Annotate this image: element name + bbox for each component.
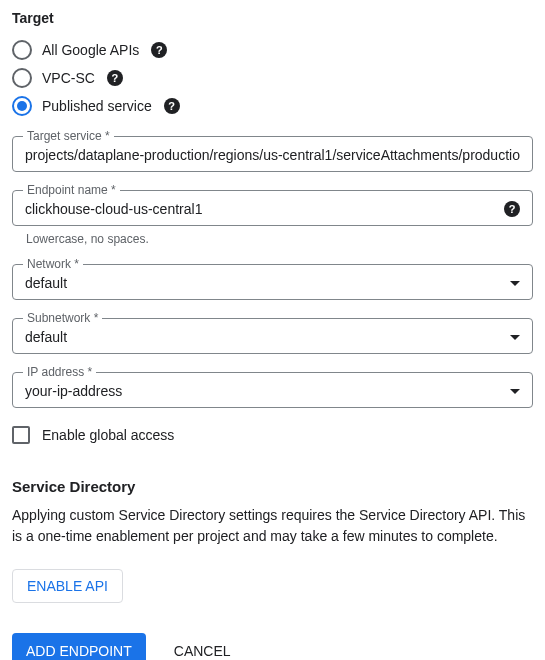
radio-circle-selected-icon — [12, 96, 32, 116]
field-label: Target service * — [23, 129, 114, 143]
target-service-input-wrap[interactable]: Target service * — [12, 136, 533, 172]
radio-all-google-apis[interactable]: All Google APIs ? — [12, 36, 533, 64]
enable-api-button[interactable]: ENABLE API — [12, 569, 123, 603]
help-icon[interactable]: ? — [504, 201, 520, 217]
chevron-down-icon — [510, 281, 520, 286]
chevron-down-icon — [510, 335, 520, 340]
footer-actions: ADD ENDPOINT CANCEL — [12, 633, 533, 660]
help-icon[interactable]: ? — [164, 98, 180, 114]
cancel-button[interactable]: CANCEL — [174, 643, 231, 659]
field-label: Endpoint name * — [23, 183, 120, 197]
network-value: default — [25, 275, 502, 291]
target-radio-group: All Google APIs ? VPC-SC ? Published ser… — [12, 36, 533, 120]
radio-label: All Google APIs — [42, 42, 139, 58]
help-icon[interactable]: ? — [151, 42, 167, 58]
endpoint-name-input-wrap[interactable]: Endpoint name * ? — [12, 190, 533, 226]
ip-address-value: your-ip-address — [25, 383, 502, 399]
field-label: Subnetwork * — [23, 311, 102, 325]
checkbox-label: Enable global access — [42, 427, 174, 443]
service-directory-title: Service Directory — [12, 478, 533, 495]
chevron-down-icon — [510, 389, 520, 394]
target-service-field: Target service * — [12, 136, 533, 172]
enable-global-access-checkbox[interactable]: Enable global access — [12, 426, 533, 444]
checkbox-unchecked-icon — [12, 426, 30, 444]
radio-circle-icon — [12, 68, 32, 88]
network-select[interactable]: Network * default — [12, 264, 533, 300]
endpoint-name-field: Endpoint name * ? Lowercase, no spaces. — [12, 190, 533, 246]
endpoint-name-input[interactable] — [25, 201, 496, 217]
field-label: IP address * — [23, 365, 96, 379]
radio-label: VPC-SC — [42, 70, 95, 86]
radio-vpc-sc[interactable]: VPC-SC ? — [12, 64, 533, 92]
endpoint-name-helper-text: Lowercase, no spaces. — [26, 232, 533, 246]
radio-circle-icon — [12, 40, 32, 60]
field-label: Network * — [23, 257, 83, 271]
subnetwork-select[interactable]: Subnetwork * default — [12, 318, 533, 354]
subnetwork-value: default — [25, 329, 502, 345]
network-field: Network * default — [12, 264, 533, 300]
target-service-input[interactable] — [25, 147, 520, 163]
subnetwork-field: Subnetwork * default — [12, 318, 533, 354]
ip-address-field: IP address * your-ip-address — [12, 372, 533, 408]
ip-address-select[interactable]: IP address * your-ip-address — [12, 372, 533, 408]
service-directory-description: Applying custom Service Directory settin… — [12, 505, 533, 547]
target-section-title: Target — [12, 10, 533, 26]
radio-label: Published service — [42, 98, 152, 114]
help-icon[interactable]: ? — [107, 70, 123, 86]
radio-published-service[interactable]: Published service ? — [12, 92, 533, 120]
add-endpoint-button[interactable]: ADD ENDPOINT — [12, 633, 146, 660]
